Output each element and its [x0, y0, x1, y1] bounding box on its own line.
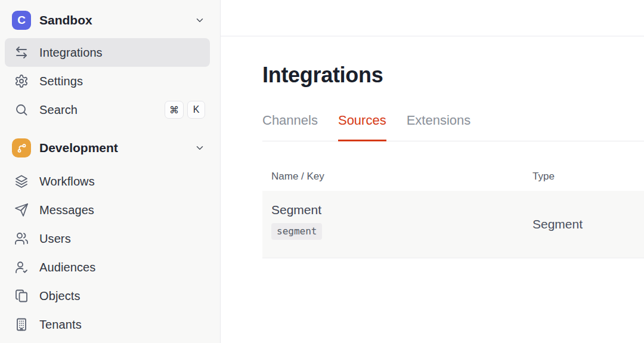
sidebar-item-tenants[interactable]: Tenants — [5, 310, 210, 339]
environment-name: Development — [39, 141, 118, 155]
git-branch-icon — [12, 138, 31, 157]
workspace-switcher[interactable]: C Sandbox — [5, 7, 210, 33]
page-content: Integrations Channels Sources Extensions… — [221, 64, 644, 258]
chevron-down-icon — [194, 15, 205, 26]
sidebar-item-label: Workflows — [39, 175, 95, 189]
kbd-k: K — [187, 101, 205, 119]
tab-bar: Channels Sources Extensions — [262, 113, 644, 141]
tab-extensions[interactable]: Extensions — [407, 113, 471, 141]
sidebar-item-label: Objects — [39, 289, 80, 303]
sidebar-item-label: Tenants — [39, 318, 82, 332]
sidebar-item-users[interactable]: Users — [5, 224, 210, 253]
integration-name-cell: Segment segment — [262, 191, 524, 258]
chevron-down-icon — [194, 143, 205, 153]
column-header-name-key: Name / Key — [262, 170, 524, 191]
sidebar-item-search[interactable]: Search ⌘ K — [5, 95, 210, 124]
workspace-logo: C — [12, 11, 31, 30]
sidebar-item-objects[interactable]: Objects — [5, 282, 210, 310]
top-bar — [221, 0, 644, 36]
sidebar-item-messages[interactable]: Messages — [5, 196, 210, 224]
integration-key-badge: segment — [271, 223, 322, 240]
sidebar-item-audiences[interactable]: Audiences — [5, 253, 210, 282]
environment-switcher[interactable]: Development — [5, 135, 210, 161]
main-area: Integrations Channels Sources Extensions… — [221, 0, 644, 343]
app-window: C Sandbox Integrations Settin — [0, 0, 644, 343]
copy-icon — [14, 289, 29, 303]
table-row[interactable]: Segment segment Segment — [262, 191, 644, 258]
swap-horizontal-icon — [14, 45, 29, 60]
sidebar-item-settings[interactable]: Settings — [5, 67, 210, 95]
tab-channels[interactable]: Channels — [262, 113, 318, 141]
building-icon — [14, 317, 29, 332]
column-header-type: Type — [524, 170, 644, 191]
workspace-name: Sandbox — [39, 13, 92, 27]
users-icon — [14, 231, 29, 246]
integration-type: Segment — [524, 217, 644, 231]
kbd-command: ⌘ — [165, 101, 184, 119]
sidebar-item-workflows[interactable]: Workflows — [5, 167, 210, 196]
sidebar-item-label: Search — [39, 103, 78, 117]
sidebar-section-gap — [0, 124, 220, 135]
user-check-icon — [14, 260, 29, 274]
integration-name: Segment — [271, 203, 524, 217]
page-title: Integrations — [262, 64, 644, 86]
table-header: Name / Key Type — [262, 170, 644, 191]
search-icon — [14, 103, 29, 117]
sidebar-item-integrations[interactable]: Integrations — [5, 38, 210, 67]
search-shortcut: ⌘ K — [165, 101, 205, 119]
sidebar-item-label: Settings — [39, 75, 83, 88]
sidebar: C Sandbox Integrations Settin — [0, 0, 221, 343]
tab-sources[interactable]: Sources — [338, 113, 386, 141]
sidebar-item-label: Integrations — [39, 46, 103, 60]
sidebar-item-label: Messages — [39, 203, 94, 217]
sidebar-item-label: Users — [39, 232, 71, 246]
gear-icon — [14, 74, 29, 88]
layers-icon — [14, 174, 29, 189]
send-icon — [14, 203, 29, 217]
sidebar-item-label: Audiences — [39, 261, 95, 274]
